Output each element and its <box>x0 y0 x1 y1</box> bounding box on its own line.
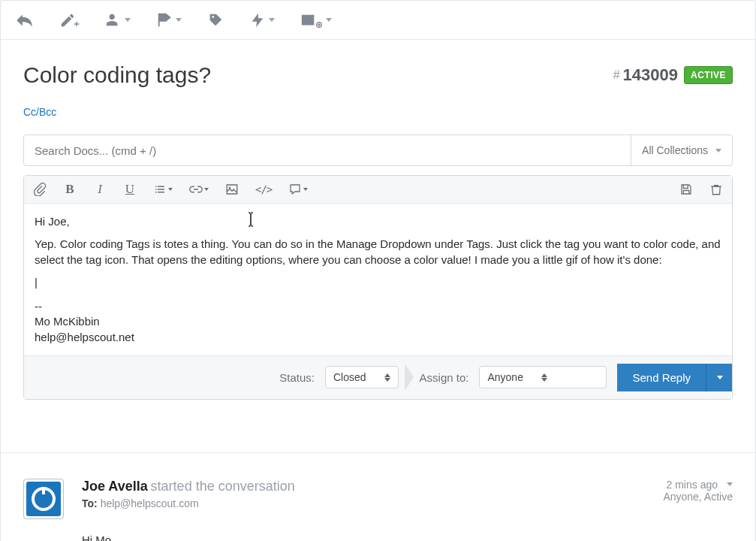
more-options-dropdown[interactable] <box>294 8 338 33</box>
tag-button[interactable] <box>201 8 230 33</box>
bold-button[interactable]: B <box>63 182 77 197</box>
attach-button[interactable] <box>33 183 47 196</box>
docs-search-bar: All Collections <box>23 134 733 166</box>
save-draft-button[interactable] <box>679 183 693 196</box>
status-label: Status: <box>279 371 315 384</box>
image-button[interactable] <box>225 183 239 196</box>
conversation-history: Joe Avella started the conversation To: … <box>1 452 755 541</box>
link-button[interactable] <box>189 183 209 196</box>
ticket-id-hash: # <box>613 68 620 82</box>
signature: -- Mo McKibbin help@helpscout.net <box>35 299 721 345</box>
ticket-header: Color coding tags? # 143009 ACTIVE Cc/Bc… <box>1 40 755 125</box>
reply-editor: B I U </> <box>23 175 733 400</box>
ticket-id: 143009 <box>623 65 678 85</box>
compose-area: All Collections B I U </> <box>23 134 733 400</box>
collections-dropdown[interactable]: All Collections <box>631 135 732 165</box>
svg-rect-2 <box>26 482 61 516</box>
send-button-group: Send Reply <box>617 364 732 391</box>
cc-bcc-toggle[interactable]: Cc/Bcc <box>23 106 56 118</box>
workflow-dropdown[interactable] <box>243 8 281 33</box>
note-button[interactable] <box>53 8 86 33</box>
list-button[interactable] <box>153 183 173 196</box>
send-reply-dropdown[interactable] <box>706 364 732 391</box>
customer-name: Joe Avella <box>82 479 148 494</box>
step-separator-icon <box>405 364 414 391</box>
to-label: To: <box>82 497 98 509</box>
assign-label: Assign to: <box>420 371 469 384</box>
ticket-title: Color coding tags? <box>23 62 211 88</box>
message-meta: Anyone, Active <box>663 491 733 503</box>
ticket-view: Color coding tags? # 143009 ACTIVE Cc/Bc… <box>0 0 756 541</box>
status-select[interactable]: Closed <box>325 366 399 388</box>
assignee-selected-value: Anyone <box>487 371 523 383</box>
signature-name: Mo McKibbin <box>35 314 721 329</box>
send-reply-button[interactable]: Send Reply <box>617 364 706 391</box>
message-timestamp: 2 mins ago <box>667 479 718 491</box>
docs-search-input[interactable] <box>24 135 631 165</box>
to-address: help@helpscout.com <box>101 497 199 509</box>
reply-greeting: Hi Joe, <box>35 214 721 229</box>
message-options-dropdown[interactable] <box>727 482 733 486</box>
collections-label: All Collections <box>642 144 708 156</box>
ticket-status-badge: ACTIVE <box>684 66 733 84</box>
message-content: Hi Mo, As far as adding and managing tag… <box>82 532 733 541</box>
svg-point-1 <box>229 187 230 189</box>
underline-button[interactable]: U <box>123 182 137 197</box>
reply-editor-body[interactable]: Hi Joe, Yep. Color coding Tags is totes … <box>24 204 732 355</box>
status-dropdown[interactable] <box>150 8 188 33</box>
code-button[interactable]: </> <box>255 183 272 195</box>
assignee-select[interactable]: Anyone <box>479 366 607 388</box>
saved-replies-button[interactable] <box>288 183 308 196</box>
signature-email: help@helpscout.net <box>35 330 721 345</box>
message-greeting: Hi Mo, <box>82 532 733 541</box>
assign-dropdown[interactable] <box>99 8 137 33</box>
editor-footer: Status: Closed Assign to: Anyone Send Re… <box>24 355 732 399</box>
reply-button[interactable] <box>8 6 40 35</box>
discard-button[interactable] <box>709 183 723 196</box>
status-selected-value: Closed <box>333 371 366 383</box>
italic-button[interactable]: I <box>93 182 107 197</box>
signature-divider: -- <box>35 299 721 314</box>
reply-body-text: Yep. Color coding Tags is totes a thing.… <box>35 237 721 267</box>
message-action-text: started the conversation <box>151 479 295 494</box>
customer-avatar <box>23 479 64 519</box>
editor-toolbar: B I U </> <box>24 176 732 204</box>
message-item: Joe Avella started the conversation To: … <box>23 453 733 541</box>
svg-rect-4 <box>42 487 45 494</box>
conversation-actions-toolbar <box>1 1 755 40</box>
